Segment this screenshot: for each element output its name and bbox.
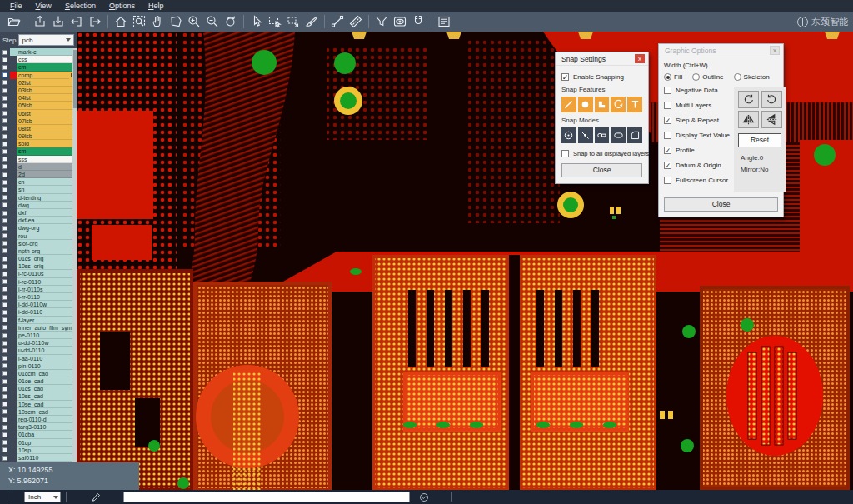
menu-item-selection[interactable]: Selection — [58, 0, 102, 12]
layer-row[interactable]: comp — [0, 72, 77, 79]
layer-color-swatch[interactable] — [10, 423, 17, 431]
layer-visibility-checkbox[interactable] — [0, 392, 10, 400]
layer-row[interactable]: pin-0110 — [0, 362, 77, 370]
layer-row[interactable]: dxf — [0, 209, 77, 217]
layer-color-swatch[interactable] — [10, 125, 17, 132]
layer-visibility-checkbox[interactable] — [0, 431, 10, 438]
layer-row[interactable]: i-dd-0110 — [0, 308, 77, 316]
mirror-horizontal-icon[interactable] — [738, 111, 759, 128]
checkbox[interactable]: ✓ — [664, 117, 671, 124]
layer-visibility-checkbox[interactable] — [0, 423, 10, 431]
layer-visibility-checkbox[interactable] — [0, 87, 10, 94]
layer-color-swatch[interactable] — [10, 217, 17, 224]
layer-visibility-checkbox[interactable] — [0, 447, 10, 454]
layer-visibility-checkbox[interactable] — [0, 178, 10, 186]
layer-row[interactable]: i-rr-0110 — [0, 293, 77, 301]
measure-ruler-icon[interactable] — [347, 13, 365, 30]
layer-row[interactable]: i-rr-0110s — [0, 286, 77, 293]
layer-color-swatch[interactable] — [10, 224, 17, 232]
zoom-area-icon[interactable] — [130, 13, 148, 30]
layer-color-swatch[interactable] — [10, 247, 17, 255]
graphic-options-titlebar[interactable]: Graphic Options x — [659, 44, 783, 57]
snap-center-icon[interactable] — [561, 127, 576, 143]
snap-text-icon[interactable] — [627, 97, 642, 112]
checkbox[interactable] — [664, 87, 671, 94]
layer-color-swatch[interactable] — [10, 370, 17, 377]
layer-visibility-checkbox[interactable] — [0, 217, 10, 224]
snap-all-layers-checkbox[interactable] — [561, 150, 569, 157]
layer-color-swatch[interactable] — [10, 401, 17, 408]
layer-row[interactable]: reg-0110-d — [0, 416, 77, 423]
zoom-polygon-icon[interactable] — [167, 13, 185, 30]
layer-row[interactable]: i-aa-0110 — [0, 355, 77, 362]
layer-color-swatch[interactable] — [10, 324, 17, 332]
layer-visibility-checkbox[interactable] — [0, 332, 10, 339]
option-display-text-value[interactable]: Display Text Value — [664, 132, 730, 139]
layer-color-swatch[interactable] — [10, 339, 17, 347]
highlight-eye-icon[interactable] — [391, 13, 409, 30]
confirm-icon[interactable] — [417, 491, 431, 503]
graphic-close-button[interactable]: Close — [664, 197, 778, 212]
radio-skeleton[interactable]: Skeleton — [734, 73, 770, 81]
layer-row[interactable]: 02lst — [0, 79, 77, 87]
layer-visibility-checkbox[interactable] — [0, 72, 10, 79]
layer-row[interactable]: 07lsb — [0, 117, 77, 125]
layer-color-swatch[interactable] — [10, 431, 17, 438]
layer-color-swatch[interactable] — [10, 232, 17, 240]
layer-visibility-checkbox[interactable] — [0, 163, 10, 171]
layer-row[interactable]: 03lsb — [0, 87, 77, 94]
snap-magnet-icon[interactable] — [409, 13, 427, 30]
layer-visibility-checkbox[interactable] — [0, 278, 10, 286]
layer-visibility-checkbox[interactable] — [0, 63, 10, 71]
layer-color-swatch[interactable] — [10, 140, 17, 147]
layer-visibility-checkbox[interactable] — [0, 355, 10, 362]
layer-visibility-checkbox[interactable] — [0, 308, 10, 316]
layer-color-swatch[interactable] — [10, 156, 17, 163]
layer-visibility-checkbox[interactable] — [0, 48, 10, 56]
layer-color-swatch[interactable] — [10, 102, 17, 109]
option-negative-data[interactable]: Negative Data — [664, 87, 730, 94]
open-file-icon[interactable] — [5, 13, 23, 30]
layer-row[interactable]: 08lst — [0, 125, 77, 132]
zoom-previous-icon[interactable] — [222, 13, 240, 30]
layer-row[interactable]: sn — [0, 186, 77, 193]
layer-color-swatch[interactable] — [10, 332, 17, 339]
snap-corner-icon[interactable] — [595, 97, 610, 112]
snap-line-icon[interactable] — [561, 97, 576, 112]
layer-row[interactable]: 01cp — [0, 439, 77, 447]
layer-row[interactable]: inner_auto_film_symb — [0, 324, 77, 332]
layer-color-swatch[interactable] — [10, 79, 17, 87]
layer-row[interactable]: rou — [0, 232, 77, 240]
layer-visibility-checkbox[interactable] — [0, 79, 10, 87]
layer-visibility-checkbox[interactable] — [0, 454, 10, 462]
export-right-icon[interactable] — [86, 13, 104, 30]
snap-contour-icon[interactable] — [627, 127, 642, 143]
menu-item-options[interactable]: Options — [102, 0, 142, 12]
layer-row[interactable]: npth-org — [0, 247, 77, 255]
layer-visibility-checkbox[interactable] — [0, 147, 10, 155]
layer-row[interactable]: 01ce_cad — [0, 377, 77, 385]
layer-row[interactable]: 2d — [0, 171, 77, 178]
layer-color-swatch[interactable] — [10, 286, 17, 293]
layer-color-swatch[interactable] — [10, 163, 17, 171]
layer-color-swatch[interactable] — [10, 147, 17, 155]
layer-visibility-checkbox[interactable] — [0, 247, 10, 255]
layer-color-swatch[interactable] — [10, 194, 17, 202]
layer-row[interactable]: 01ccm_cad — [0, 370, 77, 377]
layer-visibility-checkbox[interactable] — [0, 224, 10, 232]
layer-row[interactable]: d-tenting — [0, 194, 77, 202]
option-profile[interactable]: ✓Profile — [664, 147, 730, 154]
layer-row[interactable]: 10sp — [0, 447, 77, 454]
layer-color-swatch[interactable] — [10, 439, 17, 447]
checkbox[interactable]: ✓ — [664, 162, 671, 169]
layer-color-swatch[interactable] — [10, 48, 17, 56]
layer-visibility-checkbox[interactable] — [0, 102, 10, 109]
radio-button[interactable] — [734, 73, 741, 81]
paint-brush-icon[interactable] — [302, 13, 321, 30]
zoom-in-icon[interactable] — [185, 13, 203, 30]
layer-color-swatch[interactable] — [10, 308, 17, 316]
layer-row[interactable]: mark-c — [0, 48, 77, 56]
layer-visibility-checkbox[interactable] — [0, 301, 10, 308]
layer-color-swatch[interactable] — [10, 171, 17, 178]
rotate-cw-icon[interactable] — [738, 91, 759, 108]
